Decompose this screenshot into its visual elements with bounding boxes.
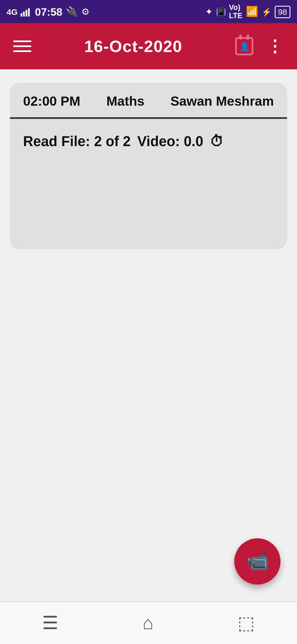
more-options-button[interactable]: ⋮ bbox=[266, 36, 284, 56]
add-video-fab[interactable]: 📹 bbox=[234, 538, 280, 585]
read-file-label: Read File: 2 of 2 bbox=[23, 134, 131, 150]
hamburger-menu-button[interactable] bbox=[13, 40, 31, 52]
video-label: Video: 0.0 bbox=[137, 134, 203, 150]
session-teacher: Sawan Meshram bbox=[170, 94, 274, 109]
battery-level: 98 bbox=[278, 7, 287, 16]
status-time: 07:58 bbox=[35, 6, 62, 18]
session-stats: Read File: 2 of 2 Video: 0.0 ⏱ bbox=[23, 134, 274, 150]
bluetooth-icon: ✦ bbox=[205, 6, 213, 17]
nav-home-button[interactable]: ⌂ bbox=[142, 612, 153, 634]
card-header: 02:00 PM Maths Sawan Meshram bbox=[10, 83, 287, 119]
charging-icon: ⚡ bbox=[262, 7, 271, 16]
session-card: 02:00 PM Maths Sawan Meshram Read File: … bbox=[10, 83, 287, 249]
nav-back-button[interactable]: ⬚ bbox=[238, 612, 255, 634]
bottom-nav: ☰ ⌂ ⬚ bbox=[0, 601, 297, 644]
wifi-icon: 📶 bbox=[246, 6, 258, 17]
signal-label: 4G bbox=[7, 7, 18, 16]
app-bar-icons: 👤 ⋮ bbox=[235, 36, 284, 56]
session-subject: Maths bbox=[106, 94, 145, 109]
status-bar: 4G 07:58 🔌 ⚙ ✦ 📳 Vo)LTE 📶 ⚡ 98 bbox=[0, 0, 297, 23]
phone-icon: ⚙ bbox=[81, 6, 90, 17]
battery-indicator: 98 bbox=[275, 6, 290, 18]
status-right: ✦ 📳 Vo)LTE 📶 ⚡ 98 bbox=[205, 3, 290, 20]
app-bar: 16-Oct-2020 👤 ⋮ bbox=[0, 23, 297, 69]
session-time: 02:00 PM bbox=[23, 94, 80, 109]
lte-label: Vo)LTE bbox=[229, 3, 243, 20]
card-body: Read File: 2 of 2 Video: 0.0 ⏱ bbox=[10, 119, 287, 249]
main-content: 02:00 PM Maths Sawan Meshram Read File: … bbox=[0, 69, 297, 601]
status-left: 4G 07:58 🔌 ⚙ bbox=[7, 6, 90, 18]
usb-icon: 🔌 bbox=[66, 6, 78, 17]
add-video-icon: 📹 bbox=[246, 551, 269, 572]
app-bar-title: 16-Oct-2020 bbox=[84, 37, 182, 56]
calendar-person-button[interactable]: 👤 bbox=[235, 37, 253, 55]
calendar-person-icon: 👤 bbox=[239, 42, 249, 51]
stopwatch-icon: ⏱ bbox=[210, 134, 224, 150]
vibrate-icon: 📳 bbox=[216, 7, 226, 16]
nav-menu-button[interactable]: ☰ bbox=[42, 612, 59, 634]
signal-bars bbox=[21, 7, 30, 17]
